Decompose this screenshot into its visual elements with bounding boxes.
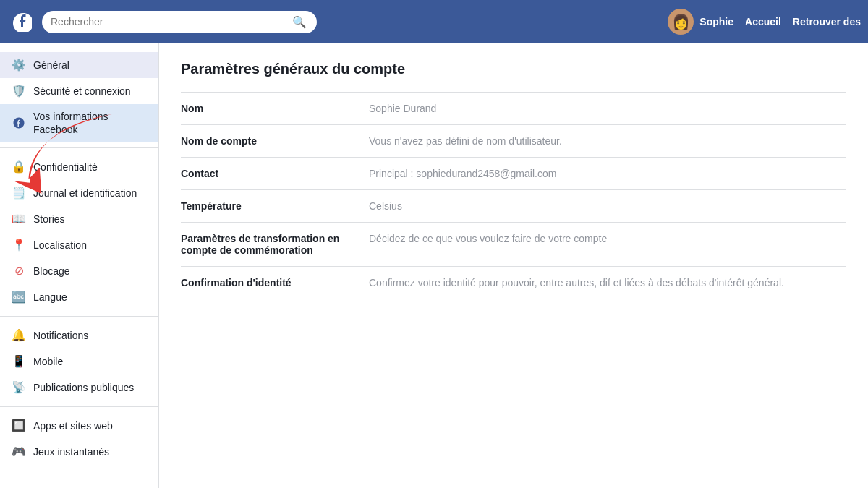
facebook-info-icon	[12, 116, 26, 130]
settings-row-nom: Nom Sophie Durand	[181, 92, 846, 124]
language-icon: 🔤	[12, 290, 26, 304]
sidebar-label-language: Langue	[33, 291, 147, 304]
sidebar-item-location[interactable]: 📍 Localisation	[0, 232, 158, 258]
search-bar[interactable]: 🔍	[42, 11, 317, 33]
sidebar-section-1: ⚙️ Général 🛡️ Sécurité et connexion Vos …	[0, 52, 158, 148]
shield-icon: 🛡️	[12, 84, 26, 98]
mobile-icon: 📱	[12, 354, 26, 369]
sidebar-label-mobile: Mobile	[33, 355, 147, 368]
sidebar-section-2: 🔒 Confidentialité 🗒️ Journal et identifi…	[0, 154, 158, 317]
navbar: 🔍 👩 Sophie Accueil Retrouver des	[0, 0, 868, 43]
location-icon: 📍	[12, 238, 26, 252]
page-container: ⚙️ Général 🛡️ Sécurité et connexion Vos …	[0, 43, 868, 488]
sidebar: ⚙️ Général 🛡️ Sécurité et connexion Vos …	[0, 43, 159, 488]
avatar: 👩	[668, 9, 694, 35]
sidebar-label-publications: Publications publiques	[33, 381, 147, 394]
sidebar-label-games: Jeux instantanés	[33, 445, 147, 458]
sidebar-label-apps: Apps et sites web	[33, 419, 147, 432]
sidebar-item-blocking[interactable]: ⊘ Blocage	[0, 258, 158, 284]
gear-icon: ⚙️	[12, 58, 26, 72]
search-icon: 🔍	[292, 15, 307, 29]
label-temperature: Température	[181, 200, 369, 212]
sidebar-section-3: 🔔 Notifications 📱 Mobile 📡 Publications …	[0, 322, 158, 407]
sidebar-label-security: Sécurité et connexion	[33, 85, 147, 98]
settings-row-temperature: Température Celsius	[181, 189, 846, 222]
label-identity: Confirmation d'identité	[181, 277, 369, 288]
user-name: Sophie	[699, 16, 733, 27]
value-contact: Principal : sophiedurand2458@gmail.com	[369, 168, 846, 179]
publications-icon: 📡	[12, 380, 26, 395]
sidebar-item-language[interactable]: 🔤 Langue	[0, 284, 158, 310]
sidebar-item-stories[interactable]: 📖 Stories	[0, 206, 158, 232]
sidebar-item-mobile[interactable]: 📱 Mobile	[0, 348, 158, 374]
sidebar-item-fb-info[interactable]: Vos informations Facebook	[0, 104, 158, 142]
settings-row-username: Nom de compte Vous n'avez pas défini de …	[181, 124, 846, 157]
sidebar-item-publications[interactable]: 📡 Publications publiques	[0, 374, 158, 401]
stories-icon: 📖	[12, 212, 26, 226]
home-link[interactable]: Accueil	[745, 16, 781, 27]
sidebar-label-location: Localisation	[33, 239, 147, 252]
bell-icon: 🔔	[12, 328, 26, 343]
label-contact: Contact	[181, 168, 369, 179]
value-memorial: Décidez de ce que vous voulez faire de v…	[369, 233, 846, 244]
settings-row-memorial: Paramètres de transformation en compte d…	[181, 222, 846, 266]
value-identity: Confirmez votre identité pour pouvoir, e…	[369, 277, 846, 288]
sidebar-item-security[interactable]: 🛡️ Sécurité et connexion	[0, 78, 158, 104]
lock-icon: 🔒	[12, 160, 26, 174]
sidebar-item-journal[interactable]: 🗒️ Journal et identification	[0, 180, 158, 206]
settings-row-contact: Contact Principal : sophiedurand2458@gma…	[181, 157, 846, 189]
sidebar-item-general[interactable]: ⚙️ Général	[0, 52, 158, 78]
user-profile[interactable]: 👩 Sophie	[668, 9, 733, 35]
sidebar-label-general: Général	[33, 59, 147, 72]
journal-icon: 🗒️	[12, 186, 26, 200]
sidebar-item-games[interactable]: 🎮 Jeux instantanés	[0, 439, 158, 465]
facebook-logo[interactable]	[7, 7, 36, 36]
page-title: Paramètres généraux du compte	[181, 61, 846, 77]
block-icon: ⊘	[12, 264, 26, 278]
main-content: Paramètres généraux du compte Nom Sophie…	[159, 43, 868, 488]
value-username: Vous n'avez pas défini de nom d'utilisat…	[369, 135, 846, 147]
find-link[interactable]: Retrouver des	[793, 16, 861, 27]
sidebar-item-notifications[interactable]: 🔔 Notifications	[0, 322, 158, 348]
sidebar-item-confidentiality[interactable]: 🔒 Confidentialité	[0, 154, 158, 180]
sidebar-label-stories: Stories	[33, 213, 147, 226]
sidebar-label-fb-info: Vos informations Facebook	[33, 110, 147, 136]
label-username: Nom de compte	[181, 135, 369, 147]
label-nom: Nom	[181, 103, 369, 114]
sidebar-label-confidentiality: Confidentialité	[33, 160, 147, 174]
navbar-right: 👩 Sophie Accueil Retrouver des	[668, 9, 861, 35]
sidebar-item-apps[interactable]: 🔲 Apps et sites web	[0, 413, 158, 439]
label-memorial: Paramètres de transformation en compte d…	[181, 233, 369, 256]
sidebar-label-blocking: Blocage	[33, 265, 147, 278]
games-icon: 🎮	[12, 445, 26, 459]
sidebar-section-4: 🔲 Apps et sites web 🎮 Jeux instantanés	[0, 413, 158, 471]
search-input[interactable]	[51, 16, 289, 27]
sidebar-label-notifications: Notifications	[33, 329, 147, 342]
settings-row-identity: Confirmation d'identité Confirmez votre …	[181, 266, 846, 299]
value-temperature: Celsius	[369, 200, 846, 212]
settings-table: Nom Sophie Durand Nom de compte Vous n'a…	[181, 92, 846, 299]
value-nom: Sophie Durand	[369, 103, 846, 114]
sidebar-label-journal: Journal et identification	[33, 187, 147, 200]
apps-icon: 🔲	[12, 419, 26, 433]
